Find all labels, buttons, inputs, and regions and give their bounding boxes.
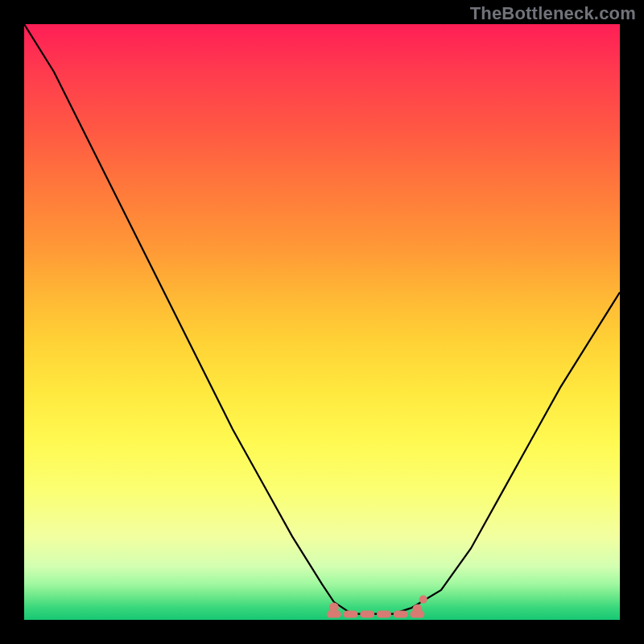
flat-region-dash [360, 611, 374, 618]
flat-region-dash [394, 611, 408, 618]
chart-plot-area [24, 24, 620, 620]
watermark-text: TheBottleneck.com [470, 3, 636, 24]
chart-curve-layer [24, 24, 620, 620]
flat-region-dash [327, 611, 341, 618]
flat-region-dot [419, 596, 427, 604]
flat-region-dash [344, 611, 358, 618]
flat-region-dash [410, 611, 424, 618]
chart-frame: TheBottleneck.com [0, 0, 644, 644]
bottleneck-curve [24, 24, 620, 614]
flat-region-dash [377, 611, 391, 618]
